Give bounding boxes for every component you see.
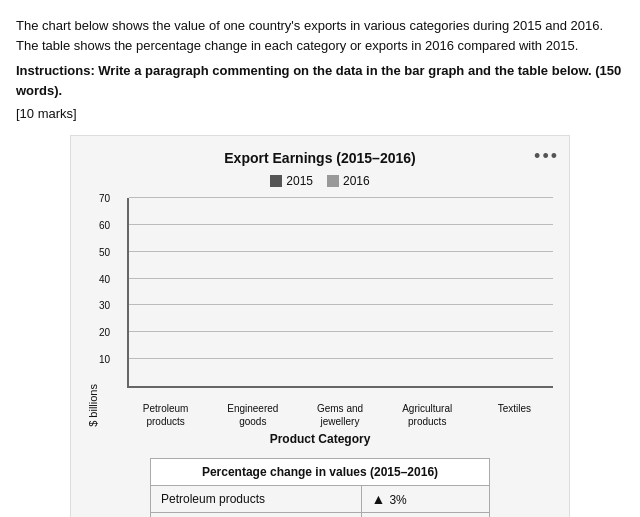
y-axis-label-wrapper: $ billions: [87, 206, 99, 517]
marks-label: [10 marks]: [16, 106, 624, 121]
percentage-value: 3%: [389, 493, 406, 507]
y-axis-label: $ billions: [87, 384, 99, 427]
table-cell-category: Engineered goods: [151, 513, 362, 518]
data-table: Percentage change in values (2015–2016) …: [150, 458, 490, 517]
legend-label-2015: 2015: [286, 174, 313, 188]
y-label-30: 30: [99, 300, 110, 311]
x-label-agricultural: Agriculturalproducts: [389, 402, 466, 428]
y-label-60: 60: [99, 220, 110, 231]
table-header: Percentage change in values (2015–2016): [151, 459, 490, 486]
chart-plot-area: 10 20 30 40 50 60 70: [127, 198, 553, 388]
table-wrapper: Percentage change in values (2015–2016) …: [150, 458, 490, 517]
table-row: Petroleum products▲3%: [151, 486, 490, 513]
table-cell-value: ▲8.5%: [361, 513, 489, 518]
chart-legend: 2015 2016: [87, 174, 553, 188]
x-label-engineered: Engineeredgoods: [214, 402, 291, 428]
y-label-40: 40: [99, 274, 110, 285]
legend-2016: 2016: [327, 174, 370, 188]
chart-container: ••• Export Earnings (2015–2016) 2015 201…: [70, 135, 570, 517]
legend-label-2016: 2016: [343, 174, 370, 188]
x-label-petroleum: Petroleumproducts: [127, 402, 204, 428]
x-axis-title: Product Category: [87, 432, 553, 446]
legend-box-2015: [270, 175, 282, 187]
y-label-10: 10: [99, 354, 110, 365]
x-labels: Petroleumproducts Engineeredgoods Gems a…: [87, 402, 553, 428]
intro-section: The chart below shows the value of one c…: [16, 16, 624, 121]
chart-area: $ billions 10 20 30 40 50 60: [87, 198, 553, 398]
table-row: Engineered goods▲8.5%: [151, 513, 490, 518]
chart-title: Export Earnings (2015–2016): [87, 150, 553, 166]
table-cell-category: Petroleum products: [151, 486, 362, 513]
legend-2015: 2015: [270, 174, 313, 188]
intro-text: The chart below shows the value of one c…: [16, 16, 624, 55]
more-options-icon[interactable]: •••: [534, 146, 559, 167]
y-label-50: 50: [99, 247, 110, 258]
x-label-textiles: Textiles: [476, 402, 553, 428]
y-label-70: 70: [99, 193, 110, 204]
y-label-20: 20: [99, 327, 110, 338]
intro-instruction: Instructions: Write a paragraph commenti…: [16, 61, 624, 100]
table-cell-value: ▲3%: [361, 486, 489, 513]
arrow-up-icon: ▲: [372, 491, 386, 507]
bars-container: [129, 198, 553, 386]
legend-box-2016: [327, 175, 339, 187]
x-label-gems: Gems andjewellery: [301, 402, 378, 428]
